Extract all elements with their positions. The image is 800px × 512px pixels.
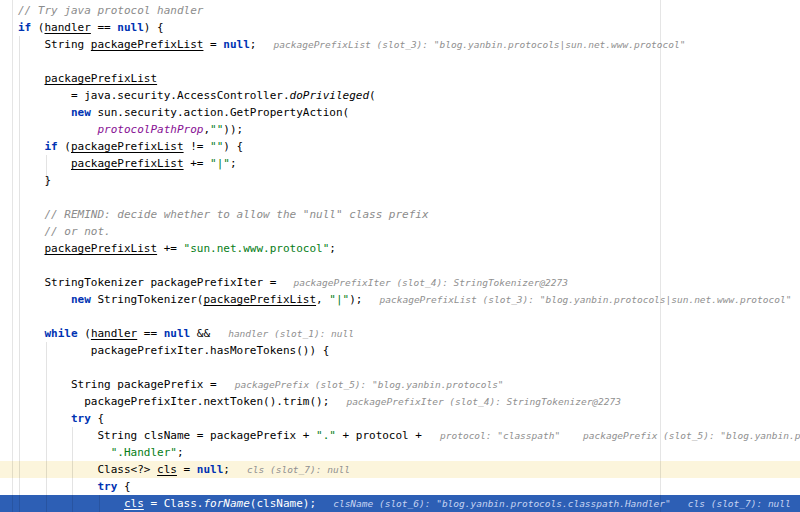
- code-segment: [18, 157, 71, 170]
- code-segment: Class<?>: [18, 463, 157, 476]
- code-segment: handler: [91, 327, 137, 340]
- code-line[interactable]: String packagePrefixList = null; package…: [0, 36, 800, 53]
- code-editor[interactable]: // Try java protocol handlerif (handler …: [0, 0, 800, 512]
- code-line[interactable]: while (handler == null && handler (slot_…: [0, 325, 800, 342]
- code-line[interactable]: [0, 257, 800, 274]
- code-segment: packagePrefixList: [203, 293, 316, 306]
- code-segment: (: [31, 21, 44, 34]
- code-segment: !=: [184, 140, 211, 153]
- inline-debugger-value: cls (slot_7): null: [671, 498, 791, 509]
- code-segment: doPrivileged: [290, 89, 369, 102]
- code-segment: ".": [316, 429, 336, 442]
- code-line[interactable]: = java.security.AccessController.doPrivi…: [0, 87, 800, 104]
- code-line[interactable]: [0, 53, 800, 70]
- code-segment: packagePrefixList: [71, 157, 184, 170]
- code-segment: );: [349, 293, 362, 306]
- code-line[interactable]: String clsName = packagePrefix + "." + p…: [0, 427, 800, 444]
- code-segment: [18, 446, 111, 459]
- code-segment: [18, 497, 124, 510]
- execution-point-line[interactable]: cls = Class.forName(clsName); clsName (s…: [0, 495, 800, 512]
- code-line[interactable]: packagePrefixIter.nextToken().trim(); pa…: [0, 393, 800, 410]
- inline-debugger-value: packagePrefixList (slot_3): "blog.yanbin…: [362, 294, 791, 305]
- code-line[interactable]: [0, 359, 800, 376]
- code-segment: while: [45, 327, 78, 340]
- code-line[interactable]: packagePrefixList: [0, 70, 800, 87]
- code-segment: "sun.net.www.protocol": [184, 242, 330, 255]
- inline-debugger-value: packagePrefixIter (slot_4): StringTokeni…: [276, 277, 568, 288]
- code-line[interactable]: protocolPathProp,""));: [0, 121, 800, 138]
- code-segment: ,: [316, 293, 329, 306]
- code-segment: ;: [230, 157, 237, 170]
- inline-debugger-value: handler (slot_1): null: [217, 328, 354, 339]
- code-segment: packagePrefixList: [45, 72, 158, 85]
- code-line[interactable]: // or not.: [0, 223, 800, 240]
- code-segment: StringTokenizer packagePrefixIter =: [18, 276, 276, 289]
- code-segment: null: [164, 327, 191, 340]
- code-segment: + protocol +: [336, 429, 429, 442]
- code-line[interactable]: // Try java protocol handler: [0, 2, 800, 19]
- code-segment: new: [71, 106, 91, 119]
- code-line[interactable]: [0, 189, 800, 206]
- code-segment: protocolPathProp: [97, 123, 203, 136]
- code-line[interactable]: packagePrefixIter.hasMoreTokens()) {: [0, 342, 800, 359]
- code-line[interactable]: // REMIND: decide whether to allow the "…: [0, 206, 800, 223]
- inline-debugger-value: packagePrefixIter (slot_4): StringTokeni…: [329, 396, 621, 407]
- code-segment: +=: [157, 242, 184, 255]
- code-segment: [18, 72, 45, 85]
- code-segment: (clsName);: [250, 497, 316, 510]
- code-segment: [18, 327, 45, 340]
- code-segment: ;: [223, 463, 230, 476]
- code-segment: "": [210, 140, 223, 153]
- code-line[interactable]: [0, 308, 800, 325]
- code-area[interactable]: // Try java protocol handlerif (handler …: [0, 2, 800, 512]
- code-segment: try: [71, 412, 91, 425]
- code-line[interactable]: try {: [0, 478, 800, 495]
- code-segment: [18, 480, 97, 493]
- code-line[interactable]: if (handler == null) {: [0, 19, 800, 36]
- code-segment: "": [210, 123, 223, 136]
- code-segment: {: [117, 480, 130, 493]
- code-segment: ;: [329, 242, 336, 255]
- code-segment: +=: [184, 157, 211, 170]
- code-line[interactable]: }: [0, 172, 800, 189]
- code-line[interactable]: packagePrefixList += "|";: [0, 155, 800, 172]
- code-segment: ) {: [144, 21, 164, 34]
- code-segment: if: [45, 140, 58, 153]
- code-segment: sun.security.action.GetPropertyAction(: [91, 106, 349, 119]
- code-segment: ".Handler": [111, 446, 177, 459]
- code-segment: // or not.: [45, 225, 111, 238]
- code-segment: packagePrefixList: [91, 38, 204, 51]
- inline-debugger-value: packagePrefix (slot_5): "blog.yanbin.pro: [560, 430, 800, 441]
- code-segment: {: [91, 412, 104, 425]
- code-segment: null: [117, 21, 144, 34]
- code-segment: [18, 140, 45, 153]
- code-segment: "|": [329, 293, 349, 306]
- code-segment: forName: [203, 497, 249, 510]
- code-segment: = java.security.AccessController.: [18, 89, 290, 102]
- code-segment: // REMIND: decide whether to allow the "…: [45, 208, 429, 221]
- inline-debugger-value: clsName (slot_6): "blog.yanbin.protocols…: [316, 498, 671, 509]
- code-segment: ;: [177, 446, 184, 459]
- code-segment: StringTokenizer(: [91, 293, 204, 306]
- code-segment: packagePrefixList: [71, 140, 184, 153]
- code-segment: String packagePrefix =: [18, 378, 223, 391]
- code-segment: [18, 123, 97, 136]
- code-line[interactable]: new sun.security.action.GetPropertyActio…: [0, 104, 800, 121]
- code-line[interactable]: try {: [0, 410, 800, 427]
- code-line[interactable]: StringTokenizer packagePrefixIter = pack…: [0, 274, 800, 291]
- caret-line[interactable]: Class<?> cls = null; cls (slot_7): null: [0, 461, 800, 478]
- code-line[interactable]: packagePrefixList += "sun.net.www.protoc…: [0, 240, 800, 257]
- code-line[interactable]: new StringTokenizer(packagePrefixList, "…: [0, 291, 800, 308]
- code-line[interactable]: ".Handler";: [0, 444, 800, 461]
- inline-debugger-value: protocol: "classpath": [429, 430, 561, 441]
- code-line[interactable]: String packagePrefix = packagePrefix (sl…: [0, 376, 800, 393]
- code-segment: packagePrefixList: [45, 242, 158, 255]
- code-segment: cls: [157, 463, 177, 476]
- code-segment: &&: [190, 327, 217, 340]
- code-segment: }: [18, 174, 51, 187]
- code-segment: [18, 106, 71, 119]
- code-segment: [18, 293, 71, 306]
- inline-debugger-value: packagePrefix (slot_5): "blog.yanbin.pro…: [223, 379, 503, 390]
- code-line[interactable]: if (packagePrefixList != "") {: [0, 138, 800, 155]
- code-segment: [18, 412, 71, 425]
